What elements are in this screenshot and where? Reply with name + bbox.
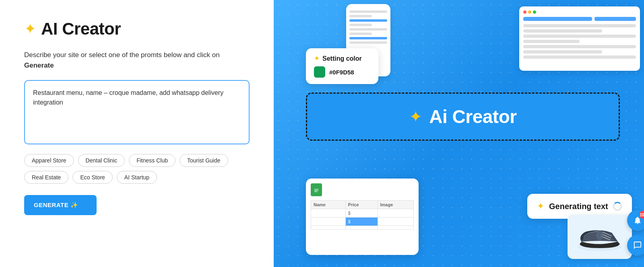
sheet-cell-name-1 [311,209,346,218]
right-panel: ✦ Setting color #0F9D58 ✦ [274,0,644,267]
setting-color-label: Setting color [322,55,362,62]
browser-lines [523,24,636,59]
chip-tourist-guide[interactable]: Tourist Guide [180,154,228,167]
chip-dental-clinic[interactable]: Dental Clinic [78,154,125,167]
phone-line-4 [349,24,372,26]
browser-line-2 [523,29,602,33]
prompt-chips: Apparel Store Dental Clinic Fitness Club… [24,154,250,184]
generate-button[interactable]: GENERATE ✨ [24,195,97,215]
browser-line-6 [523,50,602,53]
setting-sparkle-icon: ✦ [314,55,319,62]
page-title: AI Creator [41,19,121,39]
phone-line-2 [349,15,372,17]
generating-text: Generating text [549,202,608,211]
browser-line-7 [523,55,636,59]
sheet-table: Name Price Image $ $ [311,200,414,230]
dot-red [523,10,526,14]
sparkle-icon: ✦ [24,21,36,37]
browser-dots [523,10,636,14]
phone-line-7 [349,37,387,39]
description-bold: Generate [24,62,54,69]
sheet-cell-name-2 [311,218,346,226]
shoe-illustration [574,221,626,253]
sheet-row-3 [311,226,414,230]
banner-sparkle-icon: ✦ [409,107,423,126]
phone-line-5 [349,28,387,31]
sheet-row-1: $ [311,209,414,218]
sheet-cell-image-3 [378,226,413,230]
shoe-image-card [568,215,632,259]
svg-rect-3 [314,191,317,192]
dot-yellow [528,10,531,14]
phone-line-1 [349,10,387,13]
browser-bar-2 [594,17,636,21]
description-part1: Describe your site or select one of the … [24,51,220,59]
browser-line-5 [523,45,636,48]
browser-line-3 [523,35,636,38]
svg-rect-0 [313,186,320,194]
chat-icon [633,241,642,250]
description-text: Describe your site or select one of the … [24,50,250,70]
phone-line-3 [349,19,387,22]
color-row: #0F9D58 [314,66,370,78]
sheet-col-image: Image [378,201,413,209]
ai-creator-banner: ✦ Ai Creator [306,92,620,141]
spreadsheet-card: Name Price Image $ $ [306,179,419,255]
loading-spinner [613,202,622,211]
browser-line-4 [523,40,580,43]
sheet-row-2: $ [311,218,414,226]
setting-color-card: ✦ Setting color #0F9D58 [306,48,378,84]
browser-line-1 [523,24,636,27]
setting-color-title: ✦ Setting color [314,55,370,62]
prompt-input[interactable]: Restaurant menu, name – croque madame, a… [24,80,250,144]
spreadsheet-icon [311,183,322,196]
chip-eco-store[interactable]: Eco Store [72,171,112,184]
generating-sparkle-icon: ✦ [537,201,544,212]
chip-real-estate[interactable]: Real Estate [24,171,68,184]
phone-content [349,10,387,44]
phone-line-6 [349,33,372,35]
sheet-cell-image-1 [378,209,413,218]
browser-toolbar [523,17,636,21]
chip-ai-startup[interactable]: AI Startup [117,171,157,184]
svg-rect-2 [314,190,318,191]
browser-bar-1 [523,17,592,21]
phone-line-8 [349,41,387,44]
sheet-cell-image-2 [378,218,413,226]
sheet-col-name: Name [311,201,346,209]
sheet-col-price: Price [345,201,378,209]
chip-fitness-club[interactable]: Fitness Club [129,154,175,167]
banner-text: Ai Creator [429,106,516,127]
sheet-cell-price-2: $ [345,218,378,226]
sheet-cell-price-1: $ [345,209,378,218]
svg-rect-1 [314,189,318,190]
chip-apparel-store[interactable]: Apparel Store [24,154,74,167]
color-hex-value: #0F9D58 [329,69,354,76]
title-row: ✦ AI Creator [24,19,250,39]
browser-mockup [519,6,640,71]
sheet-cell-name-3 [311,226,346,230]
sheet-header [311,183,414,196]
dot-green [533,10,536,14]
color-swatch [314,66,325,78]
left-panel: ✦ AI Creator Describe your site or selec… [0,0,274,267]
sheet-cell-price-3 [345,226,378,230]
